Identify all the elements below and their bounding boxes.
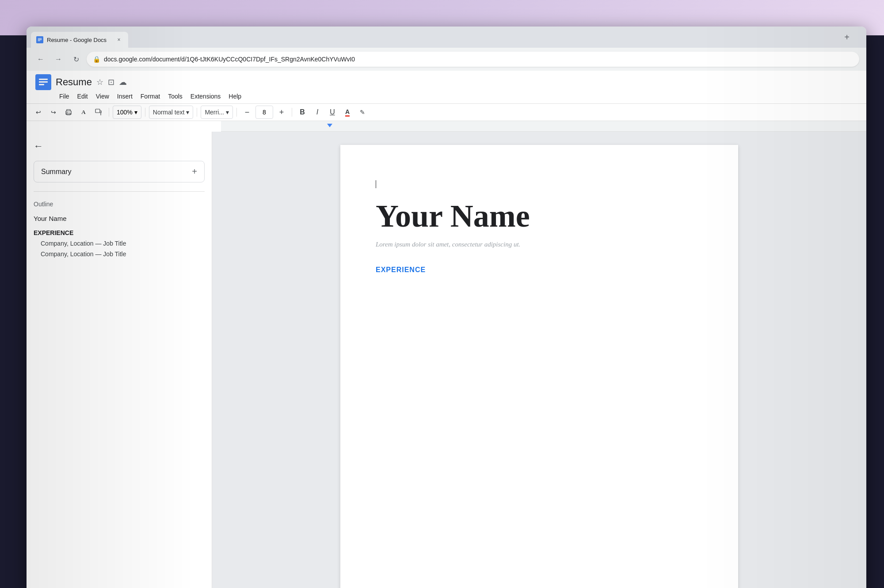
outline-company-1[interactable]: Company, Location — Job Title	[34, 238, 205, 249]
document-name-heading[interactable]: Your Name	[376, 199, 703, 234]
summary-add-button[interactable]: +	[192, 167, 197, 177]
print-button[interactable]	[62, 106, 75, 119]
svg-point-10	[67, 112, 68, 113]
menu-file[interactable]: File	[56, 91, 73, 102]
docs-favicon	[36, 36, 43, 43]
doc-area: Your Name Lorem ipsum dolor sit amet, co…	[212, 132, 866, 588]
print-icon	[65, 108, 72, 116]
doc-page: Your Name Lorem ipsum dolor sit amet, co…	[340, 145, 738, 588]
back-button[interactable]: ←	[34, 52, 48, 66]
url-text: docs.google.com/document/d/1Q6-tJtK6KUyC…	[104, 56, 853, 63]
menu-edit[interactable]: Edit	[74, 91, 91, 102]
italic-button[interactable]: I	[311, 106, 324, 119]
ruler	[221, 121, 866, 132]
outline-label: Outline	[34, 201, 205, 208]
font-size-minus-button[interactable]: −	[240, 106, 254, 119]
close-tab-button[interactable]: ×	[115, 36, 123, 44]
docs-header: Resume ☆ ⊡ ☁ File Edit View Insert Forma…	[27, 71, 866, 104]
text-cursor	[376, 180, 376, 188]
menu-insert[interactable]: Insert	[114, 91, 136, 102]
docs-logo	[35, 74, 51, 90]
svg-rect-1	[38, 38, 42, 38]
lock-icon: 🔒	[93, 56, 100, 63]
address-bar-row: ← → ↻ 🔒 docs.google.com/document/d/1Q6-t…	[27, 48, 866, 71]
zoom-arrow: ▾	[134, 109, 137, 116]
font-size-plus-button[interactable]: +	[275, 106, 288, 119]
folder-icon[interactable]: ⊡	[108, 77, 114, 87]
svg-rect-7	[39, 84, 44, 85]
highlight-button[interactable]: ✎	[356, 106, 369, 119]
highlight-icon: ✎	[360, 109, 365, 116]
docs-container: Resume ☆ ⊡ ☁ File Edit View Insert Forma…	[27, 71, 866, 588]
sidebar-back-button[interactable]: ←	[34, 140, 43, 152]
font-dropdown[interactable]: Merri... ▾	[201, 106, 233, 119]
active-tab[interactable]: Resume - Google Docs ×	[31, 32, 128, 48]
toolbar-separator-5	[292, 108, 292, 117]
svg-rect-2	[38, 39, 42, 40]
style-dropdown[interactable]: Normal text ▾	[149, 106, 194, 119]
zoom-dropdown[interactable]: 100% ▾	[113, 106, 141, 119]
sidebar-divider	[34, 191, 205, 192]
outline-experience[interactable]: EXPERIENCE	[34, 228, 205, 238]
menu-tools[interactable]: Tools	[164, 91, 186, 102]
browser-window: Resume - Google Docs × + ← → ↻ 🔒 docs.go…	[27, 27, 866, 588]
toolbar-separator-1	[109, 108, 109, 117]
menu-view[interactable]: View	[92, 91, 113, 102]
style-label: Normal text	[153, 109, 185, 116]
undo-button[interactable]: ↩	[32, 106, 45, 119]
outline-your-name[interactable]: Your Name	[34, 213, 205, 224]
svg-rect-3	[38, 41, 40, 41]
outline-company-2[interactable]: Company, Location — Job Title	[34, 249, 205, 259]
bold-button[interactable]: B	[296, 106, 309, 119]
document-experience-heading[interactable]: EXPERIENCE	[376, 266, 703, 274]
font-size-box[interactable]: 8	[255, 106, 273, 119]
paint-format-icon	[95, 108, 103, 116]
toolbar-separator-3	[197, 108, 197, 117]
underline-button[interactable]: U	[326, 106, 339, 119]
refresh-button[interactable]: ↻	[69, 52, 83, 66]
summary-section: Summary +	[34, 161, 205, 182]
style-arrow: ▾	[186, 109, 189, 116]
toolbar-separator-4	[236, 108, 237, 117]
menu-extensions[interactable]: Extensions	[187, 91, 224, 102]
star-icon[interactable]: ☆	[96, 77, 103, 87]
forward-button[interactable]: →	[51, 52, 65, 66]
menu-help[interactable]: Help	[225, 91, 245, 102]
redo-button[interactable]: ↪	[47, 106, 60, 119]
menu-format[interactable]: Format	[137, 91, 164, 102]
docs-title-row: Resume ☆ ⊡ ☁	[35, 74, 857, 90]
summary-label: Summary	[41, 168, 71, 176]
docs-toolbar: ↩ ↪ A 100	[27, 104, 866, 121]
svg-rect-11	[95, 109, 100, 113]
address-bar[interactable]: 🔒 docs.google.com/document/d/1Q6-tJtK6KU…	[87, 52, 859, 67]
paint-format-button[interactable]	[92, 106, 105, 119]
ruler-marker	[327, 124, 332, 127]
toolbar-separator-2	[145, 108, 145, 117]
font-label: Merri...	[205, 109, 224, 116]
text-color-button[interactable]: A	[341, 106, 354, 119]
svg-rect-5	[39, 79, 48, 80]
docs-main: ← Summary + Outline Your Name EXPERIENCE…	[27, 132, 866, 588]
svg-rect-6	[39, 81, 48, 83]
spell-check-button[interactable]: A	[77, 106, 90, 119]
tab-title: Resume - Google Docs	[47, 37, 111, 43]
tab-bar: Resume - Google Docs × +	[27, 27, 866, 48]
docs-menu-row: File Edit View Insert Format Tools Exten…	[56, 91, 857, 102]
new-tab-button[interactable]: +	[841, 31, 853, 43]
font-arrow: ▾	[226, 109, 229, 116]
cloud-icon[interactable]: ☁	[119, 77, 127, 87]
zoom-value: 100%	[117, 109, 133, 116]
docs-title: Resume	[56, 76, 92, 88]
left-sidebar: ← Summary + Outline Your Name EXPERIENCE…	[27, 132, 212, 588]
document-lorem-text: Lorem ipsum dolor sit amet, consectetur …	[376, 241, 703, 248]
